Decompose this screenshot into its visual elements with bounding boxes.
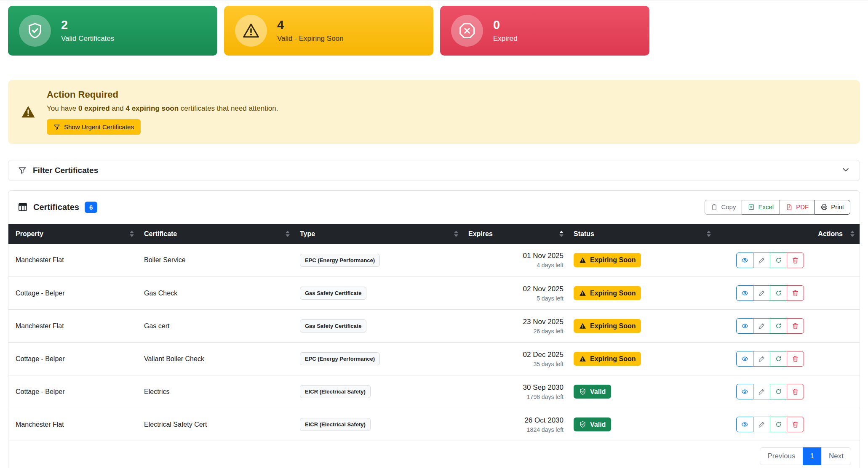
shield-check-icon	[19, 15, 51, 47]
certificate-header-label: Certificate	[144, 230, 177, 238]
edit-button[interactable]	[753, 417, 770, 432]
expiring-label: Valid - Expiring Soon	[277, 35, 344, 43]
printer-icon	[821, 204, 828, 210]
funnel-icon	[53, 124, 60, 130]
show-urgent-certificates-button[interactable]: Show Urgent Certificates	[47, 119, 141, 135]
refresh-icon	[775, 421, 782, 428]
delete-button[interactable]	[787, 318, 804, 334]
column-header-expires[interactable]: Expires	[463, 224, 569, 244]
warning-triangle-icon	[579, 322, 586, 330]
status-label: Expiring Soon	[590, 290, 636, 297]
action-required-alert: Action Required You have 0 expired and 4…	[8, 80, 860, 144]
alert-msg-suffix: certificates that need attention.	[179, 104, 278, 112]
expiring-card-text: 4 Valid - Expiring Soon	[277, 19, 344, 43]
filter-certificates-panel[interactable]: Filter Certificates	[8, 160, 860, 181]
expires-cell: 01 Nov 2025 4 days left	[463, 244, 569, 277]
column-header-actions[interactable]: Actions	[716, 224, 860, 244]
edit-button[interactable]	[753, 285, 770, 301]
warning-triangle-icon	[579, 257, 586, 264]
sort-icon	[286, 231, 290, 237]
expires-date: 23 Nov 2025	[468, 318, 564, 326]
delete-button[interactable]	[787, 417, 804, 432]
view-button[interactable]	[736, 318, 753, 334]
expires-date: 02 Dec 2025	[468, 351, 564, 359]
pdf-button[interactable]: PDF	[780, 200, 815, 215]
action-buttons	[736, 253, 804, 268]
pencil-icon	[758, 388, 765, 395]
renew-button[interactable]	[770, 285, 787, 301]
excel-button[interactable]: Excel	[742, 200, 780, 215]
renew-button[interactable]	[770, 417, 787, 432]
pencil-icon	[758, 290, 765, 297]
edit-button[interactable]	[753, 384, 770, 399]
renew-button[interactable]	[770, 318, 787, 334]
renew-button[interactable]	[770, 351, 787, 367]
pencil-icon	[758, 355, 765, 362]
expires-cell: 23 Nov 2025 26 days left	[463, 310, 569, 343]
status-label: Expiring Soon	[590, 322, 636, 330]
renew-button[interactable]	[770, 384, 787, 399]
days-left: 1798 days left	[468, 394, 564, 400]
property-header-label: Property	[16, 230, 43, 238]
delete-button[interactable]	[787, 253, 804, 268]
pencil-icon	[758, 257, 765, 264]
column-header-status[interactable]: Status	[569, 224, 716, 244]
view-button[interactable]	[736, 285, 753, 301]
excel-file-icon	[748, 204, 755, 210]
actions-cell	[716, 244, 860, 277]
view-button[interactable]	[736, 417, 753, 432]
trash-icon	[792, 290, 799, 297]
pencil-icon	[758, 421, 765, 428]
alert-body: Action Required You have 0 expired and 4…	[47, 89, 278, 135]
next-page-button[interactable]: Next	[821, 447, 851, 465]
warning-triangle-icon	[579, 290, 586, 297]
column-header-certificate[interactable]: Certificate	[139, 224, 295, 244]
view-button[interactable]	[736, 384, 753, 399]
sort-icon	[850, 231, 855, 237]
trash-icon	[792, 355, 799, 362]
column-header-type[interactable]: Type	[295, 224, 463, 244]
edit-button[interactable]	[753, 253, 770, 268]
column-header-property[interactable]: Property	[8, 224, 139, 244]
expires-cell: 26 Oct 2030 1824 days left	[463, 408, 569, 441]
edit-button[interactable]	[753, 318, 770, 334]
type-header-label: Type	[300, 230, 315, 238]
days-left: 4 days left	[468, 262, 564, 269]
action-buttons	[736, 285, 804, 301]
certificates-table-body: Manchester Flat Boiler Service EPC (Ener…	[8, 244, 860, 441]
delete-button[interactable]	[787, 285, 804, 301]
chevron-down-icon[interactable]	[841, 165, 850, 176]
valid-certificates-card: 2 Valid Certificates	[8, 6, 217, 56]
expires-cell: 30 Sep 2030 1798 days left	[463, 375, 569, 408]
eye-icon	[741, 355, 748, 362]
eye-icon	[741, 421, 748, 428]
trash-icon	[792, 388, 799, 395]
view-button[interactable]	[736, 351, 753, 367]
trash-icon	[792, 322, 799, 330]
expires-date: 26 Oct 2030	[468, 416, 564, 425]
edit-button[interactable]	[753, 351, 770, 367]
view-button[interactable]	[736, 253, 753, 268]
status-badge: Expiring Soon	[574, 319, 641, 333]
print-button[interactable]: Print	[815, 200, 850, 215]
delete-button[interactable]	[787, 384, 804, 399]
property-cell: Manchester Flat	[8, 244, 139, 277]
status-label: Expiring Soon	[590, 256, 636, 264]
page-1-button[interactable]: 1	[803, 447, 822, 465]
table-icon	[18, 202, 28, 212]
shield-check-icon	[579, 421, 586, 428]
status-label: Expiring Soon	[590, 355, 636, 363]
previous-page-button[interactable]: Previous	[760, 447, 803, 465]
property-cell: Manchester Flat	[8, 310, 139, 343]
x-octagon-icon	[451, 15, 483, 47]
refresh-icon	[775, 355, 782, 362]
renew-button[interactable]	[770, 253, 787, 268]
copy-button[interactable]: Copy	[705, 200, 742, 215]
days-left: 35 days left	[468, 361, 564, 367]
type-badge: Gas Safety Certificate	[300, 319, 366, 332]
table-row: Manchester Flat Gas cert Gas Safety Cert…	[8, 310, 860, 343]
table-row: Cottage - Belper Valiant Boiler Check EP…	[8, 343, 860, 375]
delete-button[interactable]	[787, 351, 804, 367]
actions-cell	[716, 277, 860, 310]
expired-card: 0 Expired	[440, 6, 649, 56]
